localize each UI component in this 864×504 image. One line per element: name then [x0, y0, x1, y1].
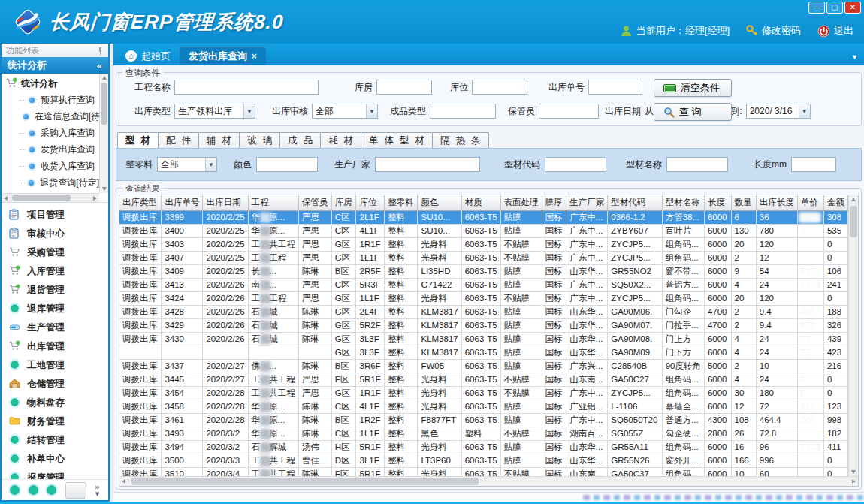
module-dot-icon[interactable]: [29, 485, 38, 495]
tree-item[interactable]: 发货出库查询: [2, 141, 99, 158]
tree-item[interactable]: 退货查询[待定]: [2, 174, 99, 191]
tab-shipment-query[interactable]: 发货出库查询 ×: [180, 47, 266, 65]
table-row[interactable]: 调拨出库33992020/2/25华██原...严思C区2L1F整料SU10..…: [119, 210, 848, 224]
module-item[interactable]: 退库管理: [2, 300, 108, 318]
product-type-input[interactable]: [430, 104, 496, 119]
table-row[interactable]: 调拨出库34612020/2/28华██原...陈琳B区1R2F整料F8877F…: [119, 413, 848, 427]
change-password-link[interactable]: 修改密码: [746, 24, 801, 38]
close-button[interactable]: ✕: [844, 2, 861, 14]
table-row[interactable]: 调拨出库34942020/3/2石██辉城汤伟H区5R1F整料光身料6063-T…: [119, 440, 848, 454]
tree-item[interactable]: 采购入库查询: [2, 125, 99, 141]
tree-root[interactable]: 统计分析: [2, 75, 99, 92]
table-row[interactable]: 调拨出库34542020/2/28工██共工程严思G区1R1F整料光身料6063…: [119, 386, 848, 400]
column-header[interactable]: 保管员: [298, 195, 331, 210]
project-name-input[interactable]: [174, 80, 319, 95]
tab-close-icon[interactable]: ×: [252, 51, 257, 62]
material-tab[interactable]: 隔热条: [432, 132, 489, 148]
minimize-button[interactable]: —: [808, 2, 825, 14]
table-row[interactable]: 调拨出库34002020/2/25华██原...严思C区4L1F整料SU10..…: [119, 224, 848, 237]
column-header[interactable]: 出库长度: [756, 195, 797, 210]
module-item[interactable]: 退货管理: [2, 281, 108, 300]
grid-vertical-scrollbar[interactable]: [848, 195, 858, 476]
color-input[interactable]: [256, 157, 318, 172]
tree-item[interactable]: 收货入库查询: [2, 158, 99, 174]
table-row[interactable]: 调拨出库34372020/2/27佛██...陈琳B区3R6F整料FW05606…: [119, 359, 848, 373]
module-item[interactable]: 审核中心: [2, 225, 108, 243]
table-row[interactable]: 调拨出库34452020/2/27工██共工程严思F区5R1F整料光身料6063…: [119, 373, 848, 386]
module-dot-icon[interactable]: [10, 485, 20, 495]
column-header[interactable]: 库位: [356, 195, 385, 210]
tab-overflow-icon[interactable]: ▼: [851, 53, 858, 61]
module-item[interactable]: 项目管理: [2, 206, 108, 225]
sidebar-section-header[interactable]: 统计分析 «: [2, 57, 108, 74]
column-header[interactable]: 出库类型: [119, 195, 162, 210]
column-header[interactable]: 材质: [461, 195, 500, 210]
module-item[interactable]: 财务管理: [2, 412, 108, 431]
tree-item[interactable]: 在途信息查询[待: [2, 108, 99, 125]
tree-horizontal-scrollbar[interactable]: [2, 193, 99, 202]
pin-icon[interactable]: [97, 47, 104, 54]
table-row[interactable]: 调拨出库34092020/2/25长██...陈琳B区2R5F整料LI35HD6…: [119, 264, 848, 278]
module-item[interactable]: 出库管理: [2, 337, 108, 356]
profile-code-input[interactable]: [545, 157, 606, 172]
table-row[interactable]: 调拨出库34932020/3/2华██原...陈琳C区1L1F整料黑色塑料不贴膜…: [119, 427, 848, 440]
table-row[interactable]: 调拨出库34132020/2/26南██...严思C区5R3F整料G714226…: [119, 278, 848, 291]
profile-name-input[interactable]: [666, 157, 728, 172]
table-row[interactable]: 调拨出库34282020/2/26石██城陈琳G区2L4F整料KLM381760…: [119, 305, 848, 318]
out-type-select[interactable]: 生产领料出库▼: [174, 104, 255, 119]
module-item[interactable]: 补单中心: [2, 450, 108, 469]
table-row[interactable]: 调拨出库34032020/2/25工██共工程严思G区1R1F整料光身料6063…: [119, 237, 848, 251]
date-to-picker[interactable]: 2020/ 3/16▼: [746, 104, 811, 119]
module-item[interactable]: 采购管理: [2, 243, 108, 262]
module-item[interactable]: 工地管理: [2, 356, 108, 375]
table-row[interactable]: 调拨出库34582020/2/28华██原...陈琳C区4L1F整料光身料606…: [119, 400, 848, 413]
table-row[interactable]: 调拨出库35002020/3/3工██共工程曹佳D区3L1F整料LT3P6060…: [119, 454, 848, 467]
material-tab[interactable]: 成品: [279, 132, 321, 148]
material-tab[interactable]: 型材: [117, 132, 159, 148]
logout-button[interactable]: 退出: [817, 24, 853, 38]
material-tab[interactable]: 辅材: [198, 132, 240, 148]
manufacturer-input[interactable]: [375, 157, 480, 172]
module-item[interactable]: 物料盘存: [2, 394, 108, 412]
module-dot-icon[interactable]: [47, 485, 56, 495]
column-header[interactable]: 整零料: [385, 195, 418, 210]
column-header[interactable]: 长度: [704, 195, 731, 210]
maximize-button[interactable]: ▢: [826, 2, 843, 14]
module-item[interactable]: 入库管理: [2, 262, 108, 281]
column-header[interactable]: 出库单号: [162, 195, 203, 210]
length-input[interactable]: [791, 157, 836, 172]
table-row[interactable]: G区3L3F整料KLM38176063-T5贴膜国标山东华...GA90M09.…: [119, 346, 848, 359]
grid-horizontal-scrollbar[interactable]: [119, 476, 858, 486]
column-header[interactable]: 型材名称: [662, 195, 704, 210]
module-item[interactable]: 生产管理: [2, 318, 108, 337]
column-header[interactable]: 金额: [823, 195, 847, 210]
column-header[interactable]: 型材代码: [608, 195, 662, 210]
search-button[interactable]: 查 询: [654, 103, 732, 121]
material-tab[interactable]: 玻璃: [239, 132, 280, 148]
audit-select[interactable]: 全部▼: [312, 104, 378, 119]
table-row[interactable]: 调拨出库34072020/2/25工██工程严思G区1L1F整料光身料6063-…: [119, 251, 848, 264]
keeper-input[interactable]: [539, 104, 599, 119]
collapse-icon[interactable]: «: [97, 60, 102, 71]
cart-shortcut-button[interactable]: [65, 482, 86, 499]
column-header[interactable]: 单价: [797, 195, 823, 210]
column-header[interactable]: 膜厚: [542, 195, 566, 210]
order-no-input[interactable]: [588, 80, 642, 95]
module-item[interactable]: 结转管理: [2, 431, 108, 450]
tree-item[interactable]: 预算执行查询: [2, 92, 99, 108]
column-header[interactable]: 生产厂家: [566, 195, 608, 210]
column-header[interactable]: 出库日期: [203, 195, 248, 210]
module-item[interactable]: 报废管理: [2, 469, 108, 479]
table-row[interactable]: 调拨出库34302020/2/26石██城陈琳G区3L3F整料KLM381760…: [119, 332, 848, 346]
table-row[interactable]: 调拨出库35102020/3/4工██共工程陈琳F区5R1F整料光身料6063-…: [119, 467, 848, 476]
overflow-button[interactable]: »▾: [95, 484, 99, 497]
table-row[interactable]: 调拨出库34292020/2/26石██城陈琳G区5R2F整料KLM381760…: [119, 318, 848, 332]
table-row[interactable]: 调拨出库34242020/2/26工██工程严思G区1L1F整料光身料6063-…: [119, 291, 848, 305]
location-input[interactable]: [472, 80, 527, 95]
whole-part-select[interactable]: 全部▼: [157, 157, 217, 172]
clear-conditions-button[interactable]: 清空条件: [654, 79, 732, 97]
tab-home[interactable]: ⌂ 起始页: [116, 47, 180, 65]
column-header[interactable]: 颜色: [418, 195, 461, 210]
column-header[interactable]: 库房: [331, 195, 356, 210]
column-header[interactable]: 工程: [248, 195, 298, 210]
